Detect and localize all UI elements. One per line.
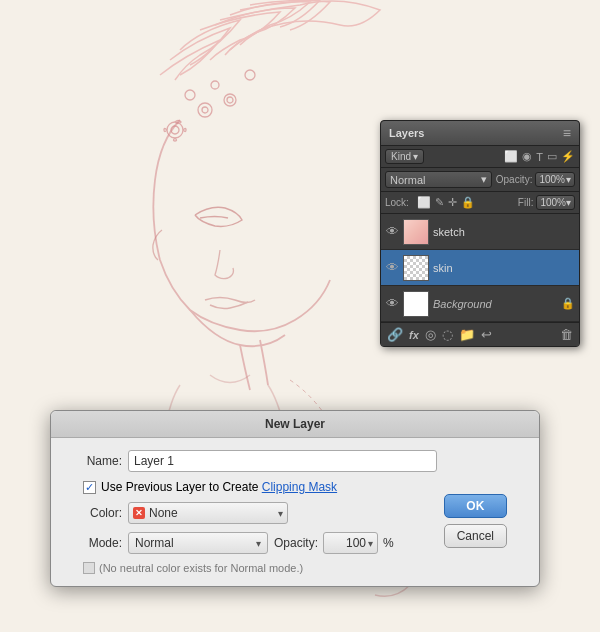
layers-mode-row: Normal ▾ Opacity: 100% ▾ xyxy=(381,168,579,192)
adjustment-icon[interactable]: ◎ xyxy=(425,327,436,342)
name-input[interactable] xyxy=(128,450,437,472)
layer-eye-skin[interactable]: 👁 xyxy=(385,260,399,275)
layers-panel: Layers ≡ Kind ▾ ⬜ ◉ T ▭ ⚡ Normal ▾ Opaci… xyxy=(380,120,580,347)
checkbox-check-icon: ✓ xyxy=(85,481,94,494)
layer-name-sketch: sketch xyxy=(433,226,575,238)
delete-layer-icon[interactable]: 🗑 xyxy=(560,327,573,342)
layers-panel-header: Layers ≡ xyxy=(381,121,579,146)
layers-panel-title: Layers xyxy=(389,127,424,139)
neutral-color-note: (No neutral color exists for Normal mode… xyxy=(67,562,523,574)
opacity-arrow: ▾ xyxy=(566,174,571,185)
color-x-icon: ✕ xyxy=(133,507,145,519)
layer-eye-sketch[interactable]: 👁 xyxy=(385,224,399,239)
clipping-mask-checkbox[interactable]: ✓ xyxy=(83,481,96,494)
neutral-checkbox xyxy=(83,562,95,574)
mode-select-text: Normal xyxy=(135,536,252,550)
filter-icons: ⬜ ◉ T ▭ ⚡ xyxy=(504,150,575,163)
opacity-input[interactable]: 100 ▾ xyxy=(323,532,378,554)
dialog-titlebar: New Layer xyxy=(51,411,539,438)
lock-transparent-icon[interactable]: ⬜ xyxy=(417,196,431,209)
ok-button[interactable]: OK xyxy=(444,494,507,518)
svg-point-5 xyxy=(227,97,233,103)
mask-icon[interactable]: ◌ xyxy=(442,327,453,342)
checkbox-label: Use Previous Layer to Create Clipping Ma… xyxy=(101,480,337,494)
name-row: Name: xyxy=(67,450,523,472)
lock-all-icon[interactable]: 🔒 xyxy=(461,196,475,209)
dialog-body: Name: ✓ Use Previous Layer to Create Cli… xyxy=(51,438,539,586)
checkbox-row: ✓ Use Previous Layer to Create Clipping … xyxy=(67,480,523,494)
filter-shape-icon[interactable]: ▭ xyxy=(547,150,557,163)
opacity-row: Opacity: 100% ▾ xyxy=(496,172,575,187)
name-label: Name: xyxy=(67,454,122,468)
opacity-value-text: 100% xyxy=(539,174,565,185)
layers-kind-button[interactable]: Kind ▾ xyxy=(385,149,424,164)
lock-image-icon[interactable]: ✎ xyxy=(435,196,444,209)
filter-pixel-icon[interactable]: ⬜ xyxy=(504,150,518,163)
layers-footer: 🔗 fx ◎ ◌ 📁 ↩ 🗑 xyxy=(381,322,579,346)
mode-select[interactable]: Normal ▾ xyxy=(128,532,268,554)
opacity-select[interactable]: 100% ▾ xyxy=(535,172,575,187)
opacity-text-label: Opacity: xyxy=(274,536,318,550)
layer-name-skin: skin xyxy=(433,262,575,274)
layer-name-background: Background xyxy=(433,298,557,310)
color-select-arrow: ▾ xyxy=(278,508,283,519)
filter-type-icon[interactable]: T xyxy=(536,151,543,163)
fill-arrow: ▾ xyxy=(566,197,571,208)
mode-arrow: ▾ xyxy=(481,173,487,186)
dialog-buttons: OK Cancel xyxy=(444,494,507,548)
lock-position-icon[interactable]: ✛ xyxy=(448,196,457,209)
opacity-input-value: 100 xyxy=(328,536,366,550)
layers-menu-icon[interactable]: ≡ xyxy=(563,125,571,141)
color-select[interactable]: ✕ None ▾ xyxy=(128,502,288,524)
lock-label: Lock: xyxy=(385,197,409,208)
kind-arrow: ▾ xyxy=(413,151,418,162)
svg-point-6 xyxy=(185,90,195,100)
layer-item-background[interactable]: 👁 Background 🔒 xyxy=(381,286,579,322)
dialog-content: Name: ✓ Use Previous Layer to Create Cli… xyxy=(67,450,523,574)
filter-smart-icon[interactable]: ⚡ xyxy=(561,150,575,163)
layer-thumb-background xyxy=(403,291,429,317)
fx-icon[interactable]: fx xyxy=(409,329,419,341)
layer-thumb-skin xyxy=(403,255,429,281)
svg-point-4 xyxy=(224,94,236,106)
fill-select[interactable]: 100% ▾ xyxy=(536,195,575,210)
fill-label: Fill: xyxy=(518,197,534,208)
svg-point-3 xyxy=(202,107,208,113)
opacity-label: Opacity: xyxy=(496,174,533,185)
clipping-mask-link[interactable]: Clipping Mask xyxy=(262,480,337,494)
layer-item-skin[interactable]: 👁 skin xyxy=(381,250,579,286)
layers-filter-row: Kind ▾ ⬜ ◉ T ▭ ⚡ xyxy=(381,146,579,168)
cancel-button[interactable]: Cancel xyxy=(444,524,507,548)
neutral-note-text: (No neutral color exists for Normal mode… xyxy=(99,562,303,574)
opacity-percent: % xyxy=(383,536,394,550)
mode-select-arrow: ▾ xyxy=(256,538,261,549)
kind-label: Kind xyxy=(391,151,411,162)
layer-thumb-sketch xyxy=(403,219,429,245)
lock-icons: ⬜ ✎ ✛ 🔒 xyxy=(417,196,475,209)
layer-item-sketch[interactable]: 👁 sketch xyxy=(381,214,579,250)
filter-adjust-icon[interactable]: ◉ xyxy=(522,150,532,163)
svg-point-7 xyxy=(211,81,219,89)
mode-label: Mode: xyxy=(67,536,122,550)
layers-mode-select[interactable]: Normal ▾ xyxy=(385,171,492,188)
link-icon[interactable]: 🔗 xyxy=(387,327,403,342)
mode-text: Normal xyxy=(390,174,425,186)
layer-eye-background[interactable]: 👁 xyxy=(385,296,399,311)
svg-point-8 xyxy=(245,70,255,80)
opacity-section: Opacity: 100 ▾ % xyxy=(274,532,394,554)
color-label: Color: xyxy=(67,506,122,520)
color-select-text: None xyxy=(149,506,274,520)
folder-icon[interactable]: 📁 xyxy=(459,327,475,342)
layer-lock-icon: 🔒 xyxy=(561,297,575,310)
new-layer-footer-icon[interactable]: ↩ xyxy=(481,327,492,342)
opacity-input-arrow: ▾ xyxy=(368,538,373,549)
new-layer-dialog: New Layer Name: ✓ Use Previous Layer to … xyxy=(50,410,540,587)
fill-row: Fill: 100% ▾ xyxy=(518,195,575,210)
dialog-title: New Layer xyxy=(265,417,325,431)
fill-value-text: 100% xyxy=(540,197,566,208)
layers-lock-row: Lock: ⬜ ✎ ✛ 🔒 Fill: 100% ▾ xyxy=(381,192,579,214)
svg-point-2 xyxy=(198,103,212,117)
